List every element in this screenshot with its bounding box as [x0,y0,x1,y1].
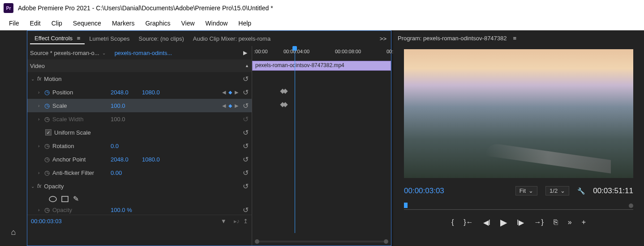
effect-controls-timeline[interactable]: :00:00 00:00:04:00 00:00:08:00 00: pexel… [252,46,391,246]
opacity-val-label: Opacity [52,207,111,213]
opacity-value[interactable]: 100.0 % [111,207,142,213]
ellipse-mask-icon[interactable] [49,196,57,202]
menu-help[interactable]: Help [233,18,257,29]
go-to-out-icon[interactable]: →} [534,218,544,226]
play-only-icon[interactable]: ▶ [243,50,247,56]
reset-anchor-icon[interactable]: ↺ [239,155,252,164]
tabs-overflow-icon[interactable]: >> [380,35,386,42]
svg-rect-1 [62,196,68,202]
keyframe-diamond-icon[interactable] [281,89,286,95]
ec-timecode[interactable]: 00:00:03:03 [31,218,62,225]
program-scrub-bar[interactable] [404,203,633,210]
reset-motion-icon[interactable]: ↺ [239,75,252,83]
expand-motion-icon[interactable]: ⌄ [31,76,37,81]
reset-antiflicker-icon[interactable]: ↺ [239,169,252,177]
scale-value[interactable]: 100.0 [111,102,142,109]
reset-scale-icon[interactable]: ↺ [239,102,252,110]
playhead[interactable] [295,46,295,233]
program-video-canvas[interactable] [404,49,633,178]
stopwatch-rotation-icon[interactable]: ◷ [44,142,52,149]
add-keyframe-position-icon[interactable]: ◆ [228,89,233,95]
timeline-clip[interactable]: pexels-roman-odintsov-8747382.mp4 [252,61,391,71]
add-keyframe-scale-icon[interactable]: ◆ [228,103,233,109]
motion-label[interactable]: Motion [44,76,102,82]
position-x-value[interactable]: 2048.0 [111,89,142,96]
zoom-fit-dropdown[interactable]: Fit⌄ [515,186,537,195]
scrub-end-handle[interactable] [629,204,633,208]
menu-file[interactable]: File [4,18,25,29]
lift-icon[interactable]: ⎘ [554,218,558,226]
collapse-video-icon[interactable]: ▲ [245,64,249,68]
prev-keyframe-scale-icon[interactable]: ◀ [221,103,227,109]
opacity-label[interactable]: Opacity [44,183,102,190]
keyframe-diamond-icon[interactable] [281,103,286,108]
source-panel-tabs: Effect Controls ≡ Lumetri Scopes Source:… [27,31,391,46]
reset-position-icon[interactable]: ↺ [239,88,252,97]
menu-edit[interactable]: Edit [25,18,46,29]
tab-source[interactable]: Source: (no clips) [134,34,189,44]
rotation-value[interactable]: 0.0 [111,143,142,149]
stopwatch-opacity-icon[interactable]: ◷ [44,206,52,213]
prev-keyframe-position-icon[interactable]: ◀ [221,89,227,95]
menu-clip[interactable]: Clip [46,18,68,29]
program-tab-label[interactable]: Program: pexels-roman-odintsov-8747382 [398,35,507,42]
chevron-down-icon: ⌄ [560,187,565,194]
mark-out-icon[interactable]: }← [464,218,473,226]
menu-window[interactable]: Window [200,18,233,29]
resolution-dropdown[interactable]: 1/2⌄ [545,186,569,195]
sequence-link[interactable]: pexels-roman-odints... [115,50,172,56]
step-back-icon[interactable]: ◀I [483,218,490,227]
settings-wrench-icon[interactable]: 🔧 [577,187,585,195]
rect-mask-icon[interactable] [61,196,69,202]
menu-sequence[interactable]: Sequence [68,18,107,29]
panel-menu-icon[interactable]: ≡ [77,35,81,42]
tab-lumetri-scopes[interactable]: Lumetri Scopes [85,34,134,44]
menu-view[interactable]: View [176,18,200,29]
add-button-icon[interactable]: + [582,218,586,226]
expand-rotation-icon[interactable]: › [38,144,44,148]
ec-time-ruler[interactable]: :00:00 00:00:04:00 00:00:08:00 00: [252,46,391,59]
mark-in-icon[interactable]: { [451,218,454,226]
play-icon[interactable]: ▶ [500,217,507,228]
ruler-tick: 00: [386,49,393,54]
home-icon[interactable]: ⌂ [11,228,16,237]
stopwatch-scale-icon[interactable]: ◷ [44,102,52,109]
program-panel-menu-icon[interactable]: ≡ [513,35,517,42]
more-controls-icon[interactable]: » [568,218,572,226]
tab-effect-controls[interactable]: Effect Controls ≡ [30,33,85,44]
ec-horizontal-scrollbar[interactable] [255,239,388,244]
next-keyframe-scale-icon[interactable]: ▶ [234,103,239,109]
export-frame-icon[interactable]: ↥ [243,218,248,225]
step-forward-icon[interactable]: I▶ [517,218,524,227]
stopwatch-antiflicker-icon[interactable]: ◷ [44,169,52,176]
reset-uniform-icon[interactable]: ↺ [239,128,252,137]
filter-icon[interactable]: ▼ [221,218,227,225]
expand-opacity-icon[interactable]: ⌄ [31,184,37,189]
uniform-scale-checkbox[interactable]: ✓ [45,129,52,136]
expand-antiflicker-icon[interactable]: › [38,170,44,175]
reset-rotation-icon[interactable]: ↺ [239,142,252,150]
stopwatch-position-icon[interactable]: ◷ [44,89,52,96]
menu-markers[interactable]: Markers [107,18,140,29]
menu-graphics[interactable]: Graphics [140,18,176,29]
reset-opacity-val-icon[interactable]: ↺ [239,206,252,214]
next-keyframe-position-icon[interactable]: ▶ [234,89,239,95]
antiflicker-value[interactable]: 0.00 [111,170,142,176]
reset-opacity-icon[interactable]: ↺ [239,182,252,191]
ruler-tick: 00:00:08:00 [335,49,361,54]
pen-mask-icon[interactable]: ✎ [73,195,79,203]
expand-scale-icon[interactable]: › [38,103,44,108]
position-y-value[interactable]: 1080.0 [142,89,173,96]
expand-position-icon[interactable]: › [38,90,44,95]
scalewidth-value: 100.0 [111,116,142,123]
program-timecode[interactable]: 00:00:03:03 [404,187,444,195]
tab-audio-clip-mixer[interactable]: Audio Clip Mixer: pexels-roma [189,34,275,44]
stopwatch-anchor-icon[interactable]: ◷ [44,156,52,163]
expand-opacity-val-icon[interactable]: › [38,208,44,212]
source-dropdown-icon[interactable]: ⌄ [102,51,108,55]
program-transport-controls: { }← ◀I ▶ I▶ →} ⎘ » + [393,212,644,232]
anchor-x-value[interactable]: 2048.0 [111,156,142,163]
clip-fx-icon[interactable]: ▸♪ [234,218,240,225]
window-title: Adobe Premiere Pro 2021 - C:\Users\Dania… [18,4,273,12]
anchor-y-value[interactable]: 1080.0 [142,156,173,163]
